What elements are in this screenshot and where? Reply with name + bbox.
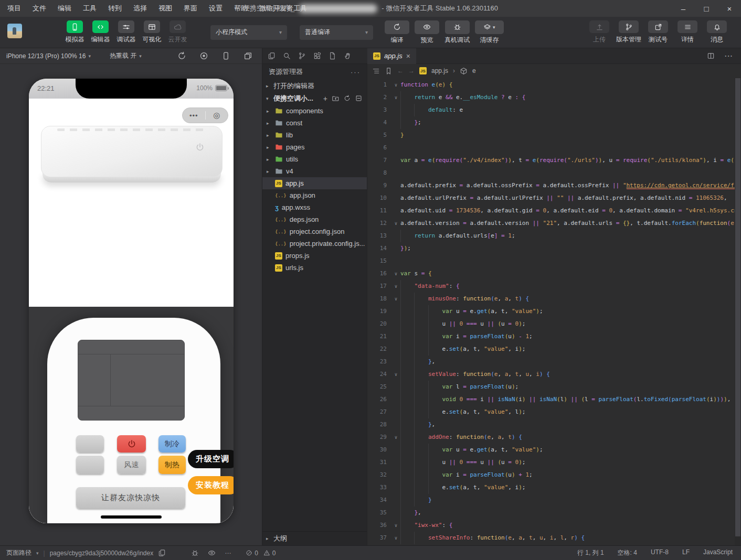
code-line-36[interactable]: 36∨"iwx-wx": { xyxy=(367,519,741,532)
tree-item-v4[interactable]: ▸v4 xyxy=(262,165,367,177)
menu-item-7[interactable]: 视图 xyxy=(158,4,172,13)
bookmark-icon[interactable] xyxy=(385,67,393,75)
breadcrumb-file[interactable]: app.js xyxy=(431,67,448,74)
menu-item-2[interactable]: 文件 xyxy=(33,4,46,13)
code-line-1[interactable]: 1∨function e(e) { xyxy=(367,79,741,91)
code-line-18[interactable]: 18∨minusOne: function(e, a, t) { xyxy=(367,293,741,305)
menu-item-4[interactable]: 工具 xyxy=(83,4,97,13)
page-path-label[interactable]: 页面路径 xyxy=(6,548,31,557)
refresh-icon[interactable] xyxy=(177,51,186,60)
tree-item-pages[interactable]: ▸pages xyxy=(262,141,367,153)
more-icon[interactable]: ⋯ xyxy=(225,550,232,557)
power-button[interactable] xyxy=(117,435,146,453)
code-line-9[interactable]: 9a.default.prefix = a.default.ossPrefix … xyxy=(367,179,741,192)
new-file-icon[interactable]: + xyxy=(323,95,327,102)
code-line-5[interactable]: 5} xyxy=(367,129,741,142)
file-icon[interactable] xyxy=(329,52,336,60)
toolbar-tune-button[interactable]: 调试器 xyxy=(113,20,139,44)
mode-select[interactable]: 小程序模式▾ xyxy=(210,25,287,40)
scrollbar-thumb[interactable] xyxy=(735,78,740,536)
extensions-icon[interactable] xyxy=(313,52,321,60)
refresh-action-button[interactable]: 编译 xyxy=(385,20,409,45)
code-line-13[interactable]: 13return a.default.urls[e] = 1; xyxy=(367,230,741,242)
tree-item-project.config.json[interactable]: {..}project.config.json xyxy=(262,225,367,238)
nav-forward-icon[interactable]: → xyxy=(408,67,415,74)
close-button[interactable]: × xyxy=(718,0,741,17)
share-button[interactable]: 让群友凉快凉快 xyxy=(76,487,185,509)
nav-back-icon[interactable]: ← xyxy=(397,67,404,74)
search-icon[interactable] xyxy=(283,52,291,60)
heat-button[interactable]: 制热 xyxy=(158,456,186,474)
code-line-20[interactable]: 20u || 0 === u || (u = 0); xyxy=(367,318,741,330)
outline-section[interactable]: ▸ 大纲 xyxy=(262,531,367,545)
code-line-34[interactable]: 34} xyxy=(367,494,741,507)
code-line-28[interactable]: 28}, xyxy=(367,418,741,431)
toolbar-layout-button[interactable]: 可视化 xyxy=(139,20,165,44)
hot-reload-toggle[interactable]: 热重载 开▾ xyxy=(110,51,142,60)
fold-chevron-icon[interactable]: ∨ xyxy=(391,79,400,91)
code-line-35[interactable]: 35}, xyxy=(367,507,741,519)
bug-action-button[interactable]: 真机调试 xyxy=(444,20,470,45)
device-icon[interactable] xyxy=(221,51,230,60)
upgrade-ac-button[interactable]: 升级空调 xyxy=(188,450,234,468)
status-item-1[interactable]: 行 1, 列 1 xyxy=(577,548,604,557)
record-icon[interactable] xyxy=(199,51,208,60)
menu-item-6[interactable]: 选择 xyxy=(133,4,147,13)
status-item-2[interactable]: 空格: 4 xyxy=(618,548,637,557)
copy-icon[interactable] xyxy=(158,549,166,557)
tree-item-utils[interactable]: ▸utils xyxy=(262,153,367,165)
menu-item-11[interactable]: 微信开发者工具 xyxy=(259,4,307,13)
status-item-4[interactable]: LF xyxy=(682,548,690,557)
windows-icon[interactable] xyxy=(244,51,252,60)
tree-item-app.js[interactable]: JSapp.js xyxy=(262,177,367,189)
code-line-17[interactable]: 17∨"data-num": { xyxy=(367,280,741,293)
code-line-25[interactable]: 25var l = parseFloat(u); xyxy=(367,381,741,393)
branch-icon[interactable] xyxy=(298,52,306,60)
fold-chevron-icon[interactable]: ∨ xyxy=(391,217,400,230)
tree-item-app.wxss[interactable]: ʒapp.wxss xyxy=(262,201,367,213)
problems-indicator[interactable]: 0 0 xyxy=(246,550,276,557)
fan-speed-button[interactable]: 风速 xyxy=(117,456,146,474)
explorer-more-icon[interactable]: ··· xyxy=(351,68,361,76)
code-line-8[interactable]: 8 xyxy=(367,167,741,179)
code-line-21[interactable]: 21var i = parseFloat(u) - 1; xyxy=(367,330,741,343)
branch-button[interactable]: 版本管理 xyxy=(614,20,643,44)
tree-item-const[interactable]: ▸const xyxy=(262,117,367,129)
code-line-7[interactable]: 7var a = e(require("./v4/index")), t = e… xyxy=(367,154,741,167)
tab-close-icon[interactable]: × xyxy=(406,52,410,60)
breadcrumb-symbol[interactable]: e xyxy=(472,67,476,74)
tree-item-deps.json[interactable]: {..}deps.json xyxy=(262,213,367,225)
tree-item-urls.js[interactable]: JSurls.js xyxy=(262,262,367,274)
code-line-4[interactable]: 4}; xyxy=(367,116,741,129)
code-line-27[interactable]: 27e.set(a, t, "value", l); xyxy=(367,406,741,418)
status-item-5[interactable]: JavaScript xyxy=(703,548,733,557)
toolbar-phone-button[interactable]: 模拟器 xyxy=(62,20,88,44)
bug-icon[interactable] xyxy=(191,549,199,557)
eye-action-button[interactable]: 预览 xyxy=(415,20,439,45)
code-line-32[interactable]: 32var i = parseFloat(u) + 1; xyxy=(367,469,741,481)
code-line-31[interactable]: 31u || 0 === u || (u = 0); xyxy=(367,456,741,469)
split-editor-icon[interactable] xyxy=(707,52,715,60)
code-area[interactable]: 1∨function e(e) {2∨return e && e.__esMod… xyxy=(367,78,741,545)
code-line-22[interactable]: 22e.set(a, t, "value", i); xyxy=(367,343,741,356)
new-folder-icon[interactable] xyxy=(332,95,339,102)
fold-chevron-icon[interactable]: ∨ xyxy=(391,532,400,544)
copy-icon[interactable] xyxy=(268,52,276,60)
capsule-more-icon[interactable]: ••• xyxy=(183,112,205,120)
menu-item-10[interactable]: 帮助 xyxy=(234,4,248,13)
tree-item-app.json[interactable]: {..}app.json xyxy=(262,189,367,201)
code-line-15[interactable]: 15 xyxy=(367,255,741,267)
compile-mode-select[interactable]: 普通编译▾ xyxy=(300,25,373,40)
tab-appjs[interactable]: JS app.js × xyxy=(367,48,416,64)
outline-icon[interactable] xyxy=(372,67,380,75)
fold-chevron-icon[interactable]: ∨ xyxy=(391,91,400,104)
eye-icon[interactable] xyxy=(208,549,216,557)
code-line-3[interactable]: 3default: e xyxy=(367,104,741,116)
project-section[interactable]: ▾ 便携空调小... + xyxy=(262,92,367,105)
code-line-37[interactable]: 37∨setShareInfo: function(e, a, t, u, i,… xyxy=(367,532,741,544)
maximize-button[interactable]: □ xyxy=(695,0,718,17)
miniprogram-capsule[interactable]: ••• ◎ xyxy=(182,107,228,123)
status-item-3[interactable]: UTF-8 xyxy=(651,548,669,557)
code-line-33[interactable]: 33e.set(a, t, "value", i); xyxy=(367,481,741,494)
collapse-all-icon[interactable] xyxy=(355,95,362,102)
